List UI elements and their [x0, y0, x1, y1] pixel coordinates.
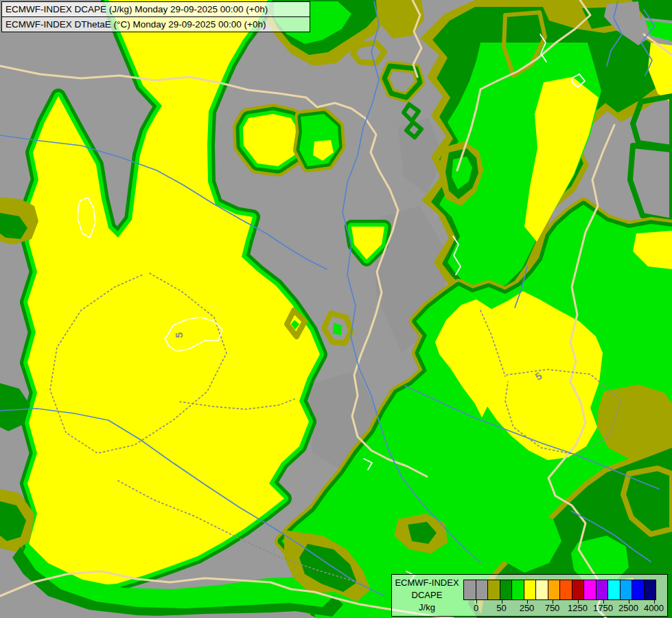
- legend-tick-label: 1250: [568, 603, 588, 613]
- legend-unit-label: J/kg: [392, 602, 462, 614]
- legend-swatch: [487, 580, 500, 600]
- legend-swatch: [511, 580, 524, 600]
- legend-swatch: [596, 580, 609, 600]
- legend-swatch: [463, 580, 476, 600]
- legend-panel: ECMWF-INDEX DCAPE J/kg 05025075012501750…: [391, 574, 668, 617]
- legend-tick-scale: 0502507501250175025004000: [463, 600, 667, 615]
- legend-swatch: [548, 580, 561, 600]
- map-title-dthetae: ECMWF-INDEX DThetaE (°C) Monday 29-09-20…: [1, 16, 310, 32]
- weather-map-image: 5 5: [0, 0, 672, 618]
- legend-tick-label: 1750: [593, 603, 613, 613]
- legend-tick-label: 50: [496, 603, 506, 613]
- legend-swatch: [476, 580, 489, 600]
- legend-swatch: [583, 580, 596, 600]
- legend-swatch: [632, 580, 645, 600]
- legend-tick-label: 2500: [618, 603, 638, 613]
- legend-swatch: [620, 580, 633, 600]
- legend-swatch: [607, 580, 621, 600]
- legend-color-bar: [463, 580, 656, 600]
- legend-swatch: [559, 580, 572, 600]
- legend-swatch: [644, 580, 657, 600]
- legend-product-label: ECMWF-INDEX: [392, 577, 462, 589]
- legend-caption: ECMWF-INDEX DCAPE J/kg: [392, 577, 462, 614]
- legend-swatch: [524, 580, 537, 600]
- legend-tick-label: 750: [545, 603, 560, 613]
- legend-swatch: [500, 580, 513, 600]
- dthetae-contour-label: 5: [173, 332, 185, 338]
- legend-tick-label: 250: [520, 603, 535, 613]
- legend-tick-label: 0: [474, 603, 478, 613]
- legend-swatch: [535, 580, 548, 600]
- map-viewport: 5 5 ECMWF-INDEX DCAPE (J/kg) Monday 29-0…: [0, 0, 672, 618]
- legend-parameter-label: DCAPE: [392, 589, 462, 602]
- legend-swatch: [572, 580, 585, 600]
- map-title-dcape: ECMWF-INDEX DCAPE (J/kg) Monday 29-09-20…: [1, 1, 310, 17]
- legend-tick-label: 4000: [644, 603, 664, 613]
